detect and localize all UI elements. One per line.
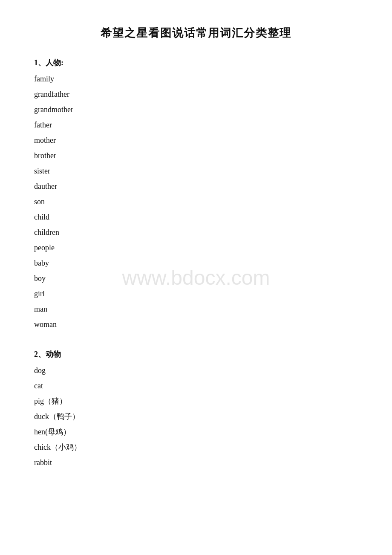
word-item-2-3: pig（猪） — [34, 393, 358, 409]
section-2: 2、动物dogcatpig（猪）duck（鸭子）hen(母鸡）chick（小鸡）… — [34, 349, 358, 470]
word-item-1-17: woman — [34, 317, 358, 332]
word-item-1-16: man — [34, 301, 358, 317]
word-item-1-2: grandfather — [34, 87, 358, 102]
word-item-1-10: child — [34, 209, 358, 225]
sections-container: 1、人物:familygrandfathergrandmotherfatherm… — [34, 58, 358, 470]
word-item-1-5: mother — [34, 133, 358, 148]
section-header-1: 1、人物: — [34, 58, 358, 68]
word-item-1-1: family — [34, 71, 358, 87]
word-item-1-13: baby — [34, 255, 358, 271]
word-item-2-2: cat — [34, 378, 358, 393]
word-item-2-6: chick（小鸡） — [34, 439, 358, 455]
word-item-1-15: girl — [34, 286, 358, 301]
section-1: 1、人物:familygrandfathergrandmotherfatherm… — [34, 58, 358, 332]
section-header-2: 2、动物 — [34, 349, 358, 359]
word-item-1-8: dauther — [34, 179, 358, 194]
word-item-1-12: people — [34, 240, 358, 255]
word-item-1-6: brother — [34, 148, 358, 163]
word-item-2-4: duck（鸭子） — [34, 409, 358, 424]
word-item-2-1: dog — [34, 363, 358, 378]
word-item-2-5: hen(母鸡） — [34, 424, 358, 439]
word-item-1-7: sister — [34, 163, 358, 179]
word-item-2-7: rabbit — [34, 455, 358, 470]
word-item-1-11: children — [34, 225, 358, 240]
word-item-1-9: son — [34, 194, 358, 209]
word-item-1-14: boy — [34, 271, 358, 286]
word-item-1-4: father — [34, 117, 358, 133]
word-item-1-3: grandmother — [34, 102, 358, 117]
page-title: 希望之星看图说话常用词汇分类整理 — [34, 26, 358, 40]
